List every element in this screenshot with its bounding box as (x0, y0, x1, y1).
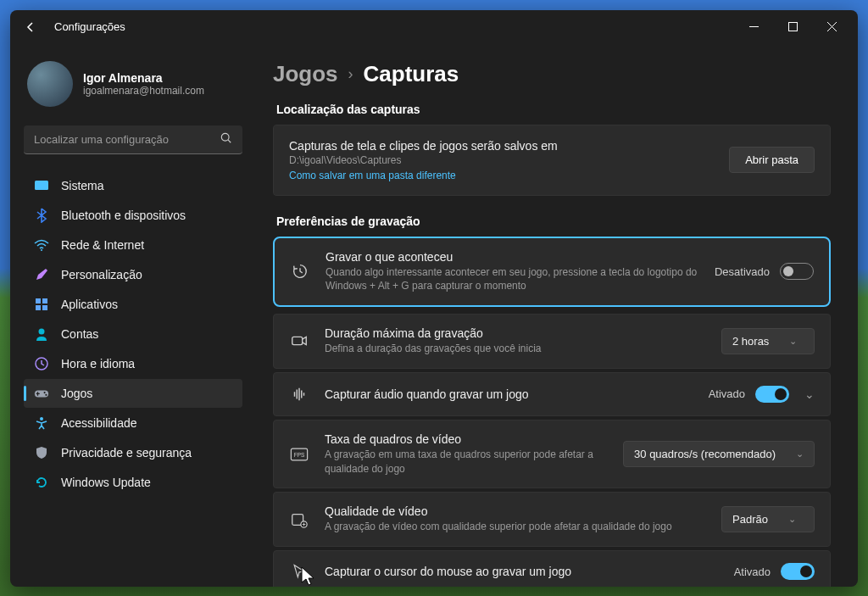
sidebar-item-label: Acessibilidade (61, 416, 137, 430)
setting-title: Gravar o que aconteceu (326, 250, 699, 264)
breadcrumb: Jogos › Capturas (273, 61, 831, 87)
dropdown-quality[interactable]: Padrão ⌄ (721, 506, 815, 532)
update-icon (34, 475, 49, 490)
audio-wave-icon (289, 385, 309, 404)
sidebar-item-jogos[interactable]: Jogos (24, 379, 242, 408)
privacidade-icon (34, 445, 49, 460)
sidebar-item-label: Sistema (61, 179, 104, 192)
search-box[interactable] (24, 125, 242, 154)
sidebar-item-label: Contas (61, 327, 98, 341)
svg-rect-14 (292, 337, 303, 345)
nav-list: SistemaBluetooth e dispositivosRede & In… (24, 171, 242, 497)
location-card: Capturas de tela e clipes de jogos serão… (273, 125, 831, 196)
sidebar-item-label: Jogos (61, 387, 92, 400)
avatar (27, 61, 73, 107)
main-content: Jogos › Capturas Localização das captura… (256, 44, 858, 587)
sidebar-item-contas[interactable]: Contas (24, 320, 242, 348)
chevron-down-icon: ⌄ (788, 514, 796, 525)
sidebar-item-acessibilidade[interactable]: Acessibilidade (24, 409, 242, 437)
close-button[interactable] (812, 14, 851, 41)
setting-record-what-happened[interactable]: Gravar o que aconteceu Quando algo inter… (273, 237, 831, 308)
sidebar-item-personalizacao[interactable]: Personalização (24, 260, 242, 289)
svg-point-8 (39, 328, 45, 334)
location-path: D:\igoal\Videos\Captures (289, 154, 729, 166)
back-button[interactable] (17, 14, 44, 41)
sidebar-item-label: Aplicativos (61, 298, 118, 311)
toggle-capture-audio[interactable] (755, 386, 789, 403)
toggle-record-happened[interactable] (780, 263, 814, 280)
section-location-header: Localização das capturas (276, 103, 831, 116)
jogos-icon (34, 386, 49, 401)
setting-capture-cursor[interactable]: Capturar o cursor do mouse ao gravar um … (273, 550, 831, 586)
setting-desc: Defina a duração das gravações que você … (325, 342, 706, 356)
svg-point-12 (45, 393, 47, 395)
window-title: Configurações (54, 20, 125, 33)
search-icon (220, 132, 232, 148)
svg-rect-7 (42, 305, 47, 310)
minimize-button[interactable] (734, 14, 773, 41)
toggle-label: Ativado (734, 565, 771, 578)
svg-rect-5 (42, 298, 47, 304)
setting-capture-audio[interactable]: Capturar áudio quando gravar um jogo Ati… (273, 372, 831, 416)
sidebar-item-rede[interactable]: Rede & Internet (24, 231, 242, 259)
setting-desc: Quando algo interessante acontecer em se… (326, 265, 699, 294)
section-prefs-header: Preferências de gravação (276, 214, 831, 228)
svg-rect-0 (788, 23, 797, 31)
svg-point-1 (221, 133, 229, 141)
svg-point-13 (40, 417, 43, 421)
setting-title: Qualidade de vídeo (325, 504, 706, 518)
hora-icon (34, 356, 49, 371)
sidebar: Igor Almenara igoalmenara@hotmail.com Si… (10, 44, 256, 587)
dropdown-max-duration[interactable]: 2 horas ⌄ (721, 328, 815, 354)
toggle-label: Desativado (715, 265, 770, 278)
rede-icon (34, 237, 49, 253)
setting-fps[interactable]: FPS Taxa de quadros de vídeo A gravação … (273, 420, 831, 489)
svg-rect-2 (35, 181, 48, 190)
search-input[interactable] (24, 125, 242, 154)
bluetooth-icon (34, 208, 49, 223)
titlebar: Configurações (10, 10, 858, 44)
setting-desc: A gravação de vídeo com qualidade superi… (325, 520, 706, 534)
history-icon (290, 262, 310, 281)
breadcrumb-current: Capturas (364, 61, 459, 87)
profile[interactable]: Igor Almenara igoalmenara@hotmail.com (24, 54, 242, 120)
sidebar-item-sistema[interactable]: Sistema (24, 171, 242, 200)
sidebar-item-label: Bluetooth e dispositivos (61, 209, 186, 222)
toggle-capture-cursor[interactable] (781, 563, 815, 580)
sidebar-item-label: Hora e idioma (61, 357, 135, 370)
quality-icon (289, 510, 309, 529)
acessibilidade-icon (34, 415, 49, 431)
settings-window: Configurações Igor Almenara igoalmenara@… (10, 10, 858, 587)
svg-point-11 (44, 392, 46, 393)
aplicativos-icon (34, 297, 49, 312)
svg-point-3 (41, 249, 42, 251)
camera-icon (289, 331, 309, 350)
fps-icon: FPS (289, 447, 309, 462)
maximize-button[interactable] (773, 14, 812, 41)
sidebar-item-privacidade[interactable]: Privacidade e segurança (24, 438, 242, 467)
sidebar-item-update[interactable]: Windows Update (24, 468, 242, 497)
sidebar-item-label: Rede & Internet (61, 238, 144, 252)
personalizacao-icon (34, 267, 49, 282)
location-link[interactable]: Como salvar em uma pasta diferente (289, 170, 729, 181)
sidebar-item-hora[interactable]: Hora e idioma (24, 349, 242, 378)
setting-title: Capturar o cursor do mouse ao gravar um … (325, 565, 719, 578)
setting-quality[interactable]: Qualidade de vídeo A gravação de vídeo c… (273, 492, 831, 547)
breadcrumb-parent[interactable]: Jogos (273, 61, 338, 87)
dropdown-fps[interactable]: 30 quadros/s (recomendado) ⌄ (623, 441, 815, 467)
sidebar-item-label: Personalização (61, 268, 142, 281)
setting-title: Capturar áudio quando gravar um jogo (325, 387, 693, 401)
chevron-down-icon[interactable]: ⌄ (804, 387, 815, 401)
sidebar-item-label: Privacidade e segurança (61, 446, 192, 460)
open-folder-button[interactable]: Abrir pasta (729, 147, 815, 173)
chevron-right-icon: › (348, 65, 353, 83)
sidebar-item-aplicativos[interactable]: Aplicativos (24, 290, 242, 319)
setting-max-duration[interactable]: Duração máxima da gravação Defina a dura… (273, 314, 831, 369)
svg-text:FPS: FPS (294, 452, 304, 458)
toggle-label: Ativado (709, 387, 745, 400)
setting-title: Taxa de quadros de vídeo (325, 432, 608, 446)
sidebar-item-label: Windows Update (61, 476, 151, 489)
chevron-down-icon: ⌄ (796, 448, 804, 460)
setting-desc: A gravação em uma taxa de quadros superi… (325, 448, 608, 476)
sidebar-item-bluetooth[interactable]: Bluetooth e dispositivos (24, 201, 242, 230)
